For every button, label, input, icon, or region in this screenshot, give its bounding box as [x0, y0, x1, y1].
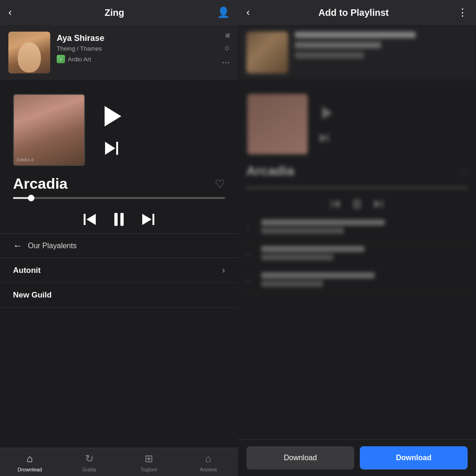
- chevron-right-icon: ›: [222, 265, 225, 275]
- artist-badge: ♪ Ardio Art: [57, 55, 215, 63]
- skip-next-button[interactable]: [103, 140, 120, 157]
- house-icon: ⌂: [205, 453, 211, 465]
- transport-controls: [0, 205, 238, 233]
- user-icon[interactable]: 👤: [217, 7, 230, 19]
- right-list-num-2: ♪: [246, 251, 256, 258]
- download-gray-button[interactable]: Download: [246, 446, 354, 469]
- artist-name: Aya Shirase: [57, 33, 215, 43]
- pause-button[interactable]: [114, 213, 124, 226]
- menu-item-newguild[interactable]: New Guild: [0, 283, 238, 308]
- right-artist-badge: [295, 52, 364, 59]
- right-prev-bar: [331, 200, 332, 208]
- next-triangle-icon: [142, 214, 152, 225]
- right-title: Add to Playlinst: [318, 7, 389, 18]
- right-pause-button: [354, 199, 360, 209]
- nav-label-drownlead: Drownlead: [18, 467, 42, 472]
- right-list-line-3: [261, 246, 364, 252]
- refresh-icon: ↻: [85, 453, 93, 465]
- nav-item-anolest[interactable]: ⌂ Anolest: [178, 448, 238, 476]
- right-blurred-area: Arcadia ♡: [238, 25, 476, 439]
- right-list-line-6: [261, 281, 323, 287]
- right-artist-sub: [295, 42, 381, 48]
- right-list-text-3: [261, 272, 468, 289]
- player-area: DJKBA d: [0, 80, 238, 175]
- right-artist-card: [238, 25, 476, 80]
- back-button[interactable]: ‹: [8, 7, 12, 19]
- right-heart-icon: ♡: [459, 167, 468, 178]
- skip-next-icon: [105, 142, 118, 155]
- nav-label-anolest: Anolest: [200, 467, 217, 472]
- more-options-icon[interactable]: ···: [222, 57, 230, 67]
- nav-item-drownlead[interactable]: ⌂ Drownlead: [0, 448, 60, 476]
- right-list-num-3: ♪: [246, 277, 256, 284]
- right-list-num-1: ♪: [246, 224, 256, 231]
- artist-card: Aya Shirase Theing / Thames ♪ Ardio Art …: [0, 25, 238, 80]
- right-list-line-4: [261, 254, 333, 260]
- right-song-section: Arcadia ♡: [238, 164, 476, 193]
- right-list-item-1: ♪: [238, 215, 476, 241]
- next-bar-icon: [152, 214, 154, 225]
- nav-label-toglont: Toglont: [140, 467, 157, 472]
- right-list-line-1: [261, 219, 385, 225]
- nav-item-toglont[interactable]: ⊞ Toglont: [119, 448, 178, 476]
- right-transport: [238, 193, 476, 215]
- right-header: ‹ Add to Playlinst ⋮: [238, 0, 476, 25]
- heart-icon[interactable]: ♡: [215, 178, 225, 191]
- playlist-nav[interactable]: ← Our Playalents: [0, 233, 238, 258]
- prev-bar-icon: [84, 214, 86, 225]
- artist-photo: [8, 32, 50, 73]
- search-icon[interactable]: ○: [225, 43, 230, 53]
- badge-icon: ♪: [57, 55, 65, 63]
- right-album-art: [247, 94, 308, 154]
- right-list-item-3: ♪: [238, 268, 476, 294]
- right-skip-bar: [327, 133, 329, 143]
- right-prev-button: [331, 200, 340, 208]
- left-header: ‹ Zing 👤: [0, 0, 238, 25]
- artist-subtitle: Theing / Thames: [57, 45, 215, 52]
- play-button[interactable]: [99, 104, 124, 129]
- app-title: Zing: [105, 7, 124, 18]
- grid-icon: ⊞: [145, 453, 153, 465]
- prev-triangle-icon: [86, 214, 96, 225]
- right-skip-button: [320, 132, 333, 145]
- right-next-button: [374, 200, 383, 208]
- right-prev-tri: [333, 200, 340, 208]
- right-skip-icon: [320, 133, 327, 143]
- album-label: DJKBA d: [17, 158, 33, 162]
- right-back-button[interactable]: ‹: [246, 7, 250, 19]
- home-icon: ⌂: [26, 453, 33, 465]
- next-button[interactable]: [142, 214, 154, 225]
- right-artist-name: [295, 32, 416, 38]
- menu-item-autonit-label: Autonit: [13, 266, 40, 275]
- playlist-label: Our Playalents: [28, 242, 77, 250]
- right-list-item-2: ♪: [238, 241, 476, 268]
- right-artist-photo: [246, 32, 288, 73]
- right-list-line-5: [261, 272, 375, 278]
- previous-button[interactable]: [84, 214, 96, 225]
- playlist-back-icon: ←: [13, 240, 22, 251]
- progress-bar[interactable]: [13, 197, 225, 199]
- right-pause-bar-1: [354, 199, 356, 209]
- menu-item-autonit[interactable]: Autonit ›: [0, 258, 238, 283]
- left-panel: ‹ Zing 👤 Aya Shirase Theing / Thames ♪ A…: [0, 0, 238, 476]
- bottom-nav: ⌂ Drownlead ↻ Gubla ⊞ Toglont ⌂ Anolest: [0, 448, 238, 476]
- right-player-area: [238, 80, 476, 164]
- right-more-icon[interactable]: ⋮: [457, 7, 468, 19]
- right-progress-bar: [246, 187, 468, 189]
- song-section: Arcadia ♡: [0, 175, 238, 205]
- song-title: Arcadia: [13, 175, 67, 192]
- play-icon: [105, 106, 121, 126]
- lang-badge: अ: [225, 32, 230, 40]
- nav-item-gubla[interactable]: ↻ Gubla: [60, 448, 119, 476]
- progress-thumb: [28, 195, 34, 201]
- right-list-line-2: [261, 228, 344, 234]
- album-art: DJKBA d: [13, 94, 85, 166]
- right-song-title: Arcadia: [246, 164, 294, 178]
- right-next-bar: [382, 200, 383, 208]
- menu-item-newguild-label: New Guild: [13, 291, 52, 300]
- right-artist-info: [295, 32, 468, 62]
- pause-bar-2: [120, 213, 124, 226]
- artist-top-right: अ ○ ···: [222, 32, 230, 67]
- nav-label-gubla: Gubla: [82, 467, 96, 472]
- download-blue-button[interactable]: Download: [360, 446, 468, 469]
